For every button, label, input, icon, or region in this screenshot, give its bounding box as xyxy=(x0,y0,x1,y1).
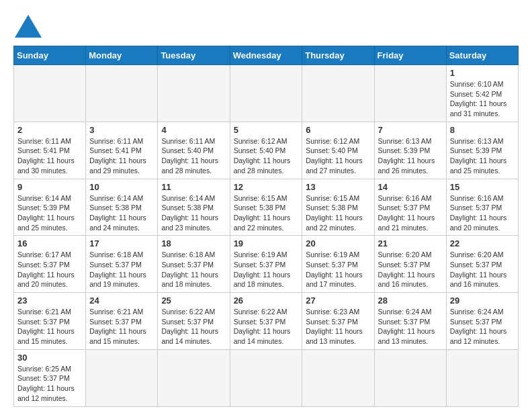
calendar-cell: 5Sunrise: 6:12 AM Sunset: 5:40 PM Daylig… xyxy=(230,122,302,179)
calendar-row: 2Sunrise: 6:11 AM Sunset: 5:41 PM Daylig… xyxy=(14,122,519,179)
calendar-cell: 30Sunrise: 6:25 AM Sunset: 5:37 PM Dayli… xyxy=(14,349,86,406)
calendar-cell: 25Sunrise: 6:22 AM Sunset: 5:37 PM Dayli… xyxy=(158,293,230,350)
calendar-cell: 6Sunrise: 6:12 AM Sunset: 5:40 PM Daylig… xyxy=(302,122,374,179)
calendar-cell: 27Sunrise: 6:23 AM Sunset: 5:37 PM Dayli… xyxy=(302,293,374,350)
day-number: 11 xyxy=(161,182,226,192)
day-number: 6 xyxy=(306,125,370,135)
day-info: Sunrise: 6:22 AM Sunset: 5:37 PM Dayligh… xyxy=(234,307,299,347)
day-info: Sunrise: 6:24 AM Sunset: 5:37 PM Dayligh… xyxy=(450,307,515,347)
day-number: 22 xyxy=(450,238,515,248)
calendar-cell xyxy=(374,65,446,122)
day-info: Sunrise: 6:20 AM Sunset: 5:37 PM Dayligh… xyxy=(378,250,443,289)
calendar-cell: 3Sunrise: 6:11 AM Sunset: 5:41 PM Daylig… xyxy=(86,122,158,179)
day-info: Sunrise: 6:13 AM Sunset: 5:39 PM Dayligh… xyxy=(450,136,515,176)
day-info: Sunrise: 6:23 AM Sunset: 5:37 PM Dayligh… xyxy=(306,307,370,347)
calendar-cell: 19Sunrise: 6:19 AM Sunset: 5:37 PM Dayli… xyxy=(230,236,302,293)
day-number: 1 xyxy=(450,68,515,78)
day-number: 26 xyxy=(234,295,299,306)
day-info: Sunrise: 6:20 AM Sunset: 5:37 PM Dayligh… xyxy=(450,250,515,289)
calendar-cell xyxy=(302,65,374,122)
calendar-cell xyxy=(86,65,158,122)
day-info: Sunrise: 6:11 AM Sunset: 5:41 PM Dayligh… xyxy=(89,136,154,176)
weekday-header-friday: Friday xyxy=(374,46,446,65)
calendar-cell: 13Sunrise: 6:15 AM Sunset: 5:38 PM Dayli… xyxy=(302,179,374,236)
calendar-row: 23Sunrise: 6:21 AM Sunset: 5:37 PM Dayli… xyxy=(14,293,519,350)
calendar-cell: 4Sunrise: 6:11 AM Sunset: 5:40 PM Daylig… xyxy=(158,122,230,179)
calendar-cell xyxy=(14,65,86,122)
day-info: Sunrise: 6:21 AM Sunset: 5:37 PM Dayligh… xyxy=(17,307,82,347)
calendar-cell: 10Sunrise: 6:14 AM Sunset: 5:38 PM Dayli… xyxy=(86,179,158,236)
day-info: Sunrise: 6:12 AM Sunset: 5:40 PM Dayligh… xyxy=(306,136,370,176)
calendar-cell: 29Sunrise: 6:24 AM Sunset: 5:37 PM Dayli… xyxy=(446,293,518,350)
day-info: Sunrise: 6:15 AM Sunset: 5:38 PM Dayligh… xyxy=(306,193,370,233)
calendar-cell: 8Sunrise: 6:13 AM Sunset: 5:39 PM Daylig… xyxy=(446,122,518,179)
day-number: 28 xyxy=(378,295,443,306)
day-info: Sunrise: 6:19 AM Sunset: 5:37 PM Dayligh… xyxy=(306,250,370,289)
calendar-cell: 24Sunrise: 6:21 AM Sunset: 5:37 PM Dayli… xyxy=(86,293,158,350)
calendar-cell: 9Sunrise: 6:14 AM Sunset: 5:39 PM Daylig… xyxy=(14,179,86,236)
calendar-cell: 14Sunrise: 6:16 AM Sunset: 5:37 PM Dayli… xyxy=(374,179,446,236)
day-info: Sunrise: 6:17 AM Sunset: 5:37 PM Dayligh… xyxy=(17,250,82,289)
weekday-header-tuesday: Tuesday xyxy=(158,46,230,65)
day-number: 27 xyxy=(306,295,370,306)
day-number: 13 xyxy=(306,182,370,192)
calendar-cell: 22Sunrise: 6:20 AM Sunset: 5:37 PM Dayli… xyxy=(446,236,518,293)
calendar-cell xyxy=(302,349,374,406)
calendar-row: 1Sunrise: 6:10 AM Sunset: 5:42 PM Daylig… xyxy=(14,65,519,122)
calendar-cell: 18Sunrise: 6:18 AM Sunset: 5:37 PM Dayli… xyxy=(158,236,230,293)
day-info: Sunrise: 6:10 AM Sunset: 5:42 PM Dayligh… xyxy=(450,79,515,119)
day-info: Sunrise: 6:11 AM Sunset: 5:41 PM Dayligh… xyxy=(17,136,82,176)
day-info: Sunrise: 6:14 AM Sunset: 5:38 PM Dayligh… xyxy=(89,193,154,233)
calendar-row: 16Sunrise: 6:17 AM Sunset: 5:37 PM Dayli… xyxy=(14,236,519,293)
day-info: Sunrise: 6:11 AM Sunset: 5:40 PM Dayligh… xyxy=(161,136,226,176)
day-number: 5 xyxy=(234,125,299,135)
day-info: Sunrise: 6:16 AM Sunset: 5:37 PM Dayligh… xyxy=(450,193,515,233)
day-number: 19 xyxy=(234,238,299,248)
weekday-header-monday: Monday xyxy=(86,46,158,65)
day-info: Sunrise: 6:13 AM Sunset: 5:39 PM Dayligh… xyxy=(378,136,443,176)
day-number: 21 xyxy=(378,238,443,248)
day-number: 12 xyxy=(234,182,299,192)
day-number: 16 xyxy=(17,238,82,248)
day-info: Sunrise: 6:25 AM Sunset: 5:37 PM Dayligh… xyxy=(17,364,82,404)
day-number: 30 xyxy=(17,353,82,363)
calendar-cell: 11Sunrise: 6:14 AM Sunset: 5:38 PM Dayli… xyxy=(158,179,230,236)
calendar-cell: 15Sunrise: 6:16 AM Sunset: 5:37 PM Dayli… xyxy=(446,179,518,236)
day-info: Sunrise: 6:14 AM Sunset: 5:38 PM Dayligh… xyxy=(161,193,226,233)
day-number: 9 xyxy=(17,182,82,192)
day-number: 14 xyxy=(378,182,443,192)
day-info: Sunrise: 6:18 AM Sunset: 5:37 PM Dayligh… xyxy=(89,250,154,289)
day-info: Sunrise: 6:16 AM Sunset: 5:37 PM Dayligh… xyxy=(378,193,443,233)
calendar-cell: 21Sunrise: 6:20 AM Sunset: 5:37 PM Dayli… xyxy=(374,236,446,293)
weekday-header-sunday: Sunday xyxy=(14,46,86,65)
calendar-table: SundayMondayTuesdayWednesdayThursdayFrid… xyxy=(13,46,519,407)
weekday-header-saturday: Saturday xyxy=(446,46,518,65)
day-number: 2 xyxy=(17,125,82,135)
day-number: 17 xyxy=(89,238,154,248)
logo xyxy=(13,13,44,39)
day-number: 8 xyxy=(450,125,515,135)
day-number: 29 xyxy=(450,295,515,306)
day-info: Sunrise: 6:21 AM Sunset: 5:37 PM Dayligh… xyxy=(89,307,154,347)
page-header xyxy=(13,13,519,39)
calendar-row: 9Sunrise: 6:14 AM Sunset: 5:39 PM Daylig… xyxy=(14,179,519,236)
calendar-cell: 17Sunrise: 6:18 AM Sunset: 5:37 PM Dayli… xyxy=(86,236,158,293)
day-info: Sunrise: 6:22 AM Sunset: 5:37 PM Dayligh… xyxy=(161,307,226,347)
svg-marker-0 xyxy=(15,15,42,38)
calendar-cell xyxy=(158,65,230,122)
calendar-cell xyxy=(374,349,446,406)
calendar-cell xyxy=(230,349,302,406)
calendar-cell xyxy=(86,349,158,406)
day-info: Sunrise: 6:14 AM Sunset: 5:39 PM Dayligh… xyxy=(17,193,82,233)
day-info: Sunrise: 6:24 AM Sunset: 5:37 PM Dayligh… xyxy=(378,307,443,347)
day-info: Sunrise: 6:19 AM Sunset: 5:37 PM Dayligh… xyxy=(234,250,299,289)
day-number: 25 xyxy=(161,295,226,306)
calendar-cell xyxy=(446,349,518,406)
day-number: 15 xyxy=(450,182,515,192)
weekday-header-row: SundayMondayTuesdayWednesdayThursdayFrid… xyxy=(14,46,519,65)
calendar-cell: 20Sunrise: 6:19 AM Sunset: 5:37 PM Dayli… xyxy=(302,236,374,293)
calendar-cell: 12Sunrise: 6:15 AM Sunset: 5:38 PM Dayli… xyxy=(230,179,302,236)
calendar-cell: 28Sunrise: 6:24 AM Sunset: 5:37 PM Dayli… xyxy=(374,293,446,350)
day-info: Sunrise: 6:18 AM Sunset: 5:37 PM Dayligh… xyxy=(161,250,226,289)
calendar-cell: 23Sunrise: 6:21 AM Sunset: 5:37 PM Dayli… xyxy=(14,293,86,350)
